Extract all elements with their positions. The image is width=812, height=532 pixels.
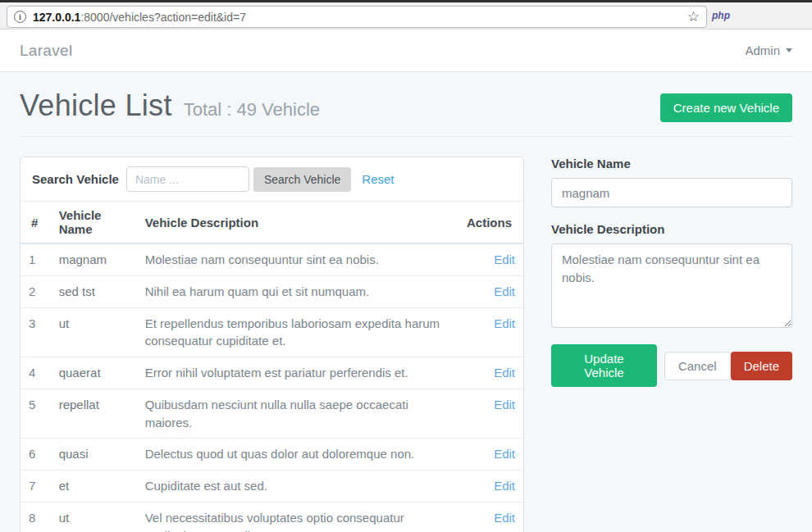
edit-link[interactable]: Edit (494, 252, 515, 266)
search-label: Search Vehicle (32, 172, 119, 186)
vehicle-description-cell: Et repellendus temporibus laboriosam exp… (137, 307, 458, 357)
edit-link[interactable]: Edit (494, 316, 515, 330)
url-path: :8000/vehicles?action=edit&id=7 (80, 11, 246, 24)
bookmark-star-icon[interactable]: ☆ (687, 10, 700, 24)
vehicle-name-cell: repellat (51, 389, 137, 439)
row-number: 8 (21, 502, 51, 532)
vehicle-description-cell: Molestiae nam consequuntur sint ea nobis… (137, 243, 458, 275)
row-number: 2 (21, 275, 51, 307)
edit-link[interactable]: Edit (494, 398, 515, 412)
address-bar[interactable]: i 127.0.0.1:8000/vehicles?action=edit&id… (7, 6, 707, 28)
page-title: Vehicle List (20, 89, 172, 123)
vehicle-description-label: Vehicle Description (551, 222, 792, 236)
edit-link[interactable]: Edit (494, 447, 515, 461)
cancel-button[interactable]: Cancel (664, 352, 731, 380)
table-row: 1 magnam Molestiae nam consequuntur sint… (21, 243, 523, 275)
table-row: 8 ut Vel necessitatibus voluptates optio… (21, 502, 523, 532)
vehicle-table: # Vehicle Name Vehicle Description Actio… (21, 202, 523, 532)
row-number: 6 (21, 439, 51, 471)
php-extension-badge[interactable]: php (712, 10, 730, 21)
row-number: 1 (21, 243, 51, 275)
row-number: 4 (21, 357, 51, 389)
admin-dropdown[interactable]: Admin (745, 43, 792, 57)
search-button[interactable]: Search Vehicle (253, 167, 351, 192)
table-row: 6 quasi Delectus quod ut quas dolor aut … (21, 439, 523, 471)
vehicle-list-panel: Search Vehicle Search Vehicle Reset # Ve… (20, 157, 524, 532)
vehicle-name-cell: quaerat (51, 357, 137, 389)
edit-link[interactable]: Edit (494, 366, 515, 380)
brand-logo[interactable]: Laravel (20, 42, 72, 60)
table-row: 5 repellat Quibusdam nesciunt nulla null… (21, 389, 523, 439)
form-buttons: Update Vehicle Cancel Delete (551, 344, 792, 387)
table-header-row: # Vehicle Name Vehicle Description Actio… (21, 202, 523, 243)
vehicle-description-cell: Vel necessitatibus voluptates optio cons… (137, 502, 458, 532)
vehicle-description-textarea[interactable]: Molestiae nam consequuntur sint ea nobis… (551, 243, 792, 328)
url-text[interactable]: 127.0.0.1:8000/vehicles?action=edit&id=7 (33, 11, 687, 24)
column-header-actions: Actions (458, 202, 523, 243)
row-number: 7 (21, 471, 51, 502)
search-form: Search Vehicle Search Vehicle Reset (21, 157, 523, 202)
update-vehicle-button[interactable]: Update Vehicle (551, 344, 657, 387)
table-row: 4 quaerat Error nihil voluptatem est par… (21, 357, 523, 389)
search-input[interactable] (126, 166, 249, 192)
vehicle-name-input[interactable] (551, 178, 792, 207)
column-header-num: # (21, 202, 51, 243)
vehicle-name-cell: quasi (51, 439, 137, 471)
edit-link[interactable]: Edit (494, 284, 515, 298)
admin-dropdown-label: Admin (745, 43, 780, 57)
vehicle-description-cell: Nihil ea harum quam qui et sit numquam. (137, 275, 458, 307)
row-number: 3 (21, 307, 51, 357)
delete-button[interactable]: Delete (731, 352, 792, 380)
vehicle-name-cell: et (51, 471, 137, 502)
vehicle-description-cell: Cupiditate est aut sed. (137, 471, 458, 502)
title-row: Vehicle List Total : 49 Vehicle Create n… (20, 89, 792, 123)
vehicle-name-cell: sed tst (51, 275, 137, 307)
table-row: 2 sed tst Nihil ea harum quam qui et sit… (21, 275, 523, 307)
reset-link[interactable]: Reset (362, 172, 394, 186)
title-divider (20, 136, 792, 137)
column-header-description: Vehicle Description (137, 202, 458, 243)
vehicle-name-cell: ut (51, 502, 137, 532)
app-navbar: Laravel Admin (0, 30, 812, 72)
vehicle-name-cell: magnam (51, 243, 137, 275)
url-host: 127.0.0.1 (33, 11, 80, 24)
vehicle-description-cell: Quibusdam nesciunt nulla nulla saepe occ… (137, 389, 458, 439)
vehicle-name-label: Vehicle Name (551, 157, 792, 171)
vehicle-table-body: 1 magnam Molestiae nam consequuntur sint… (21, 243, 523, 532)
chevron-down-icon (786, 48, 792, 52)
total-count-label: Total : 49 Vehicle (184, 99, 320, 120)
column-header-name: Vehicle Name (51, 202, 137, 243)
table-row: 7 et Cupiditate est aut sed. Edit (21, 471, 523, 502)
edit-vehicle-form: Vehicle Name Vehicle Description Molesti… (551, 157, 792, 387)
create-vehicle-button[interactable]: Create new Vehicle (660, 93, 792, 122)
table-row: 3 ut Et repellendus temporibus laboriosa… (21, 307, 523, 357)
info-icon[interactable]: i (14, 11, 26, 23)
main-content: Vehicle List Total : 49 Vehicle Create n… (0, 72, 812, 532)
edit-link[interactable]: Edit (494, 511, 515, 525)
vehicle-description-cell: Delectus quod ut quas dolor aut doloremq… (137, 439, 458, 471)
vehicle-name-cell: ut (51, 307, 137, 357)
edit-link[interactable]: Edit (494, 479, 515, 493)
row-number: 5 (21, 389, 51, 439)
vehicle-description-cell: Error nihil voluptatem est pariatur perf… (137, 357, 458, 389)
browser-chrome: i 127.0.0.1:8000/vehicles?action=edit&id… (0, 0, 812, 30)
